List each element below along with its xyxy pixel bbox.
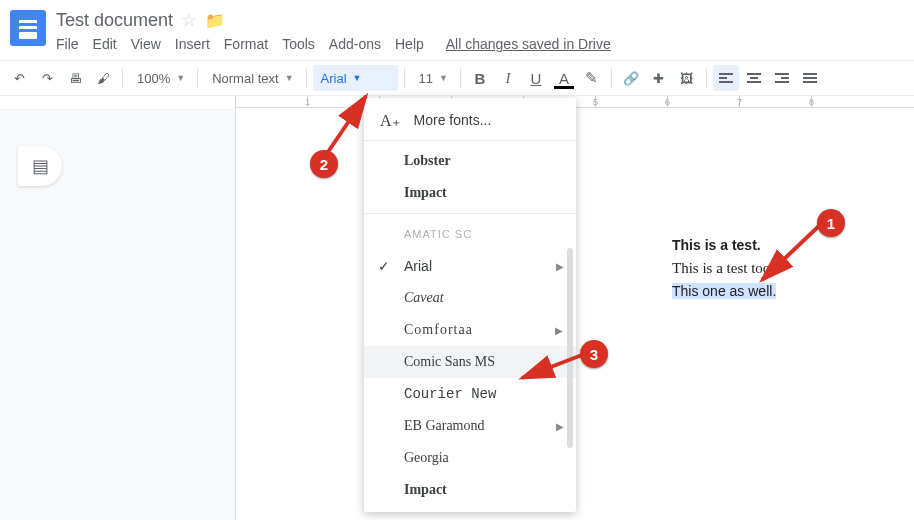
svg-line-1 (328, 96, 366, 152)
annotation-arrows (0, 0, 914, 520)
annotation-badge-2: 2 (310, 150, 338, 178)
svg-line-2 (522, 355, 582, 378)
annotation-badge-1: 1 (817, 209, 845, 237)
annotation-badge-3: 3 (580, 340, 608, 368)
svg-line-0 (762, 225, 820, 280)
